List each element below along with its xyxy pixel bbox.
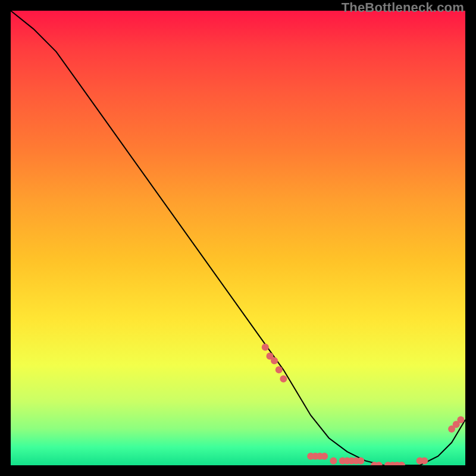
data-marker <box>375 462 383 465</box>
chart-frame: TheBottleneck.com <box>0 0 476 476</box>
data-marker <box>321 453 328 460</box>
data-marker <box>457 416 464 424</box>
data-marker <box>357 457 364 464</box>
chart-svg <box>11 11 465 465</box>
data-marker <box>280 375 287 383</box>
data-marker <box>262 343 269 350</box>
data-marker <box>398 462 405 465</box>
data-marker <box>330 457 337 464</box>
curve-markers <box>262 343 465 465</box>
plot-area <box>11 11 465 465</box>
attribution-label: TheBottleneck.com <box>342 0 464 15</box>
data-marker <box>421 457 428 464</box>
data-marker <box>271 357 278 364</box>
curve-line <box>11 11 465 465</box>
data-marker <box>275 367 283 374</box>
